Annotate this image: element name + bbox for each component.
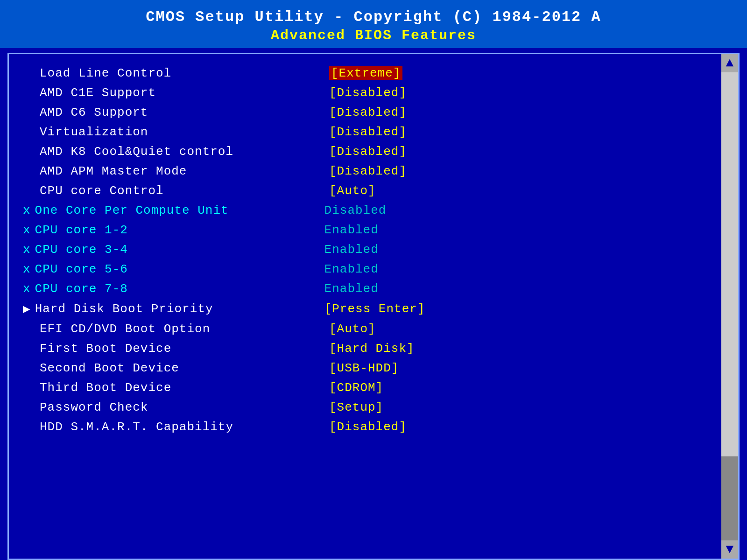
row-label: AMD K8 Cool&Quiet control [40,145,329,159]
row-prefix-x: x [23,203,30,217]
table-row[interactable]: Virtualization[Disabled] [23,122,707,142]
row-label: First Boot Device [40,342,329,356]
main-container: Load Line Control[Extreme]AMD C1E Suppor… [7,53,740,560]
row-prefix-x: x [23,282,30,296]
row-value[interactable]: [USB-HDD] [329,361,399,375]
row-label: AMD APM Master Mode [40,164,329,178]
table-row[interactable]: EFI CD/DVD Boot Option[Auto] [23,319,707,339]
row-label: Virtualization [40,125,329,139]
table-row[interactable]: AMD C1E Support[Disabled] [23,83,707,103]
row-label: Password Check [40,400,329,414]
row-label: Second Boot Device [40,361,329,375]
row-label: Hard Disk Boot Priority [35,302,324,316]
table-row[interactable]: AMD K8 Cool&Quiet control[Disabled] [23,142,707,161]
row-label: CPU core 1-2 [35,223,324,237]
content-area: Load Line Control[Extreme]AMD C1E Suppor… [9,54,721,559]
row-prefix-x: x [23,243,30,257]
table-row[interactable]: x CPU core 3-4Enabled [23,240,707,259]
row-prefix-arrow: ▶ [23,301,30,316]
table-row[interactable]: Password Check[Setup] [23,398,707,417]
scroll-thumb [721,456,738,540]
row-value[interactable]: [CDROM] [329,381,383,395]
scroll-down-arrow[interactable]: ▼ [726,542,734,557]
table-row[interactable]: Second Boot Device[USB-HDD] [23,358,707,378]
row-value[interactable]: [Disabled] [329,420,407,434]
row-value[interactable]: Enabled [324,282,379,296]
row-value[interactable]: [Auto] [329,322,376,336]
row-label: EFI CD/DVD Boot Option [40,322,329,336]
row-value[interactable]: [Extreme] [329,66,402,80]
table-row[interactable]: Load Line Control[Extreme] [23,63,707,83]
table-row[interactable]: x CPU core 7-8Enabled [23,279,707,299]
row-prefix-x: x [23,223,30,237]
row-label: Load Line Control [40,66,329,80]
row-value[interactable]: [Setup] [329,400,383,414]
row-label: CPU core 3-4 [35,243,324,257]
row-label: One Core Per Compute Unit [35,203,324,217]
table-row[interactable]: CPU core Control[Auto] [23,181,707,201]
header-subtitle: Advanced BIOS Features [0,28,747,43]
scrollbar[interactable]: ▲ ▼ [721,54,738,559]
scroll-track [721,72,738,540]
row-label: HDD S.M.A.R.T. Capability [40,420,329,434]
row-value[interactable]: [Disabled] [329,164,407,178]
table-row[interactable]: x CPU core 5-6Enabled [23,259,707,279]
table-row[interactable]: First Boot Device[Hard Disk] [23,339,707,358]
header-title: CMOS Setup Utility - Copyright (C) 1984-… [0,8,747,26]
row-value[interactable]: Disabled [324,203,387,217]
row-label: Third Boot Device [40,381,329,395]
table-row[interactable]: Third Boot Device[CDROM] [23,378,707,398]
row-label: CPU core Control [40,184,329,198]
row-value[interactable]: [Hard Disk] [329,342,415,356]
table-row[interactable]: AMD APM Master Mode[Disabled] [23,161,707,181]
header-area: CMOS Setup Utility - Copyright (C) 1984-… [0,0,747,48]
table-row[interactable]: x One Core Per Compute UnitDisabled [23,201,707,220]
table-row[interactable]: ▶ Hard Disk Boot Priority[Press Enter] [23,299,707,319]
row-value[interactable]: [Auto] [329,184,376,198]
row-value[interactable]: [Disabled] [329,145,407,159]
row-value[interactable]: [Disabled] [329,86,407,100]
row-label: CPU core 5-6 [35,262,324,276]
row-value[interactable]: Enabled [324,223,379,237]
row-label: AMD C1E Support [40,86,329,100]
row-value[interactable]: Enabled [324,262,379,276]
row-label: CPU core 7-8 [35,282,324,296]
row-value[interactable]: [Press Enter] [324,302,425,316]
table-row[interactable]: x CPU core 1-2Enabled [23,220,707,240]
row-prefix-x: x [23,262,30,276]
table-row[interactable]: HDD S.M.A.R.T. Capability[Disabled] [23,417,707,437]
row-value[interactable]: Enabled [324,243,379,257]
row-value[interactable]: [Disabled] [329,105,407,119]
row-value[interactable]: [Disabled] [329,125,407,139]
scroll-up-arrow[interactable]: ▲ [726,56,734,70]
table-row[interactable]: AMD C6 Support[Disabled] [23,103,707,122]
row-label: AMD C6 Support [40,105,329,119]
